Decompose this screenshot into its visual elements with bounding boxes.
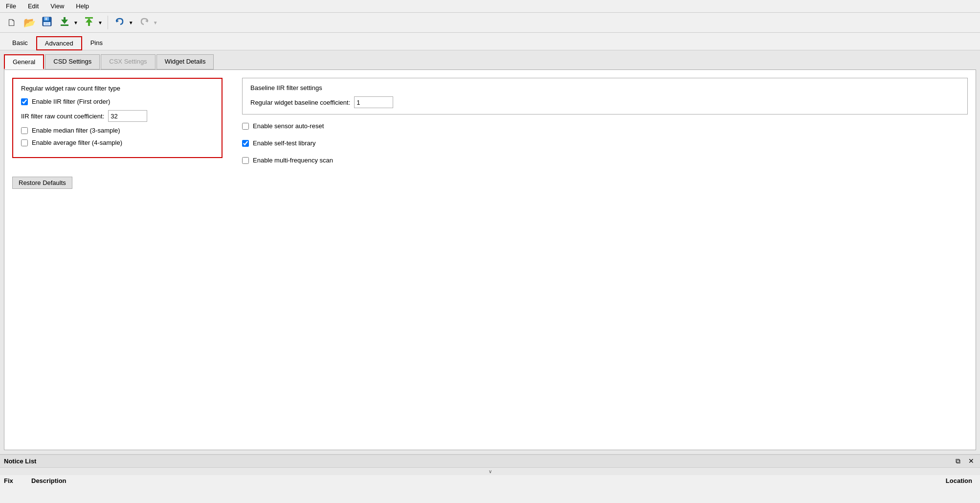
tab-basic[interactable]: Basic xyxy=(4,36,36,50)
notice-close-icon[interactable]: ✕ xyxy=(966,457,976,465)
filter-box-title: Regular widget raw count filter type xyxy=(21,85,214,92)
save-button[interactable] xyxy=(39,15,55,30)
menu-help[interactable]: Help xyxy=(74,1,91,11)
undo-icon xyxy=(114,16,125,29)
iir-coeff-row: IIR filter raw count coefficient: xyxy=(21,110,214,122)
filter-box: Regular widget raw count filter type Ena… xyxy=(12,78,223,158)
multi-freq-checkbox[interactable] xyxy=(242,157,249,164)
tab-general[interactable]: General xyxy=(4,54,44,69)
extra-checkboxes: Enable sensor auto-reset Enable self-tes… xyxy=(242,122,968,169)
svg-marker-12 xyxy=(145,20,148,23)
iir-coeff-input[interactable] xyxy=(108,110,147,122)
sensor-auto-reset-label: Enable sensor auto-reset xyxy=(253,122,324,130)
svg-marker-8 xyxy=(86,18,92,23)
new-icon: 🗋 xyxy=(7,17,17,28)
tab-pins[interactable]: Pins xyxy=(82,36,111,50)
self-test-row: Enable self-test library xyxy=(242,139,968,147)
baseline-title: Baseline IIR filter settings xyxy=(250,84,959,91)
multi-freq-label: Enable multi-frequency scan xyxy=(253,157,333,164)
redo-dropdown-arrow[interactable]: ▼ xyxy=(152,20,159,25)
collapse-icon: ∨ xyxy=(489,469,492,474)
enable-median-checkbox[interactable] xyxy=(21,127,28,134)
self-test-label: Enable self-test library xyxy=(253,139,316,147)
undo-group: ▼ xyxy=(112,15,134,30)
notice-panel: Notice List ⧉ ✕ ∨ Fix Description Locati… xyxy=(0,454,980,503)
multi-freq-row: Enable multi-frequency scan xyxy=(242,157,968,164)
menu-view[interactable]: View xyxy=(48,1,66,11)
notice-collapse-row[interactable]: ∨ xyxy=(0,468,980,475)
menubar: File Edit View Help xyxy=(0,0,980,13)
download-button[interactable] xyxy=(57,15,72,30)
enable-iir-row: Enable IIR filter (First order) xyxy=(21,98,214,105)
enable-median-label: Enable median filter (3-sample) xyxy=(32,127,120,134)
open-button[interactable]: 📂 xyxy=(22,15,37,30)
general-panel: Regular widget raw count filter type Ena… xyxy=(4,69,976,450)
notice-columns: Fix Description Location xyxy=(0,475,980,486)
menu-file[interactable]: File xyxy=(4,1,18,11)
tab-csx-settings[interactable]: CSX Settings xyxy=(101,54,155,69)
upload-group: ▼ xyxy=(81,15,104,30)
enable-median-row: Enable median filter (3-sample) xyxy=(21,127,214,134)
sensor-auto-reset-row: Enable sensor auto-reset xyxy=(242,122,968,130)
enable-average-label: Enable average filter (4-sample) xyxy=(32,139,122,146)
enable-iir-label: Enable IIR filter (First order) xyxy=(32,98,110,105)
download-group: ▼ xyxy=(57,15,79,30)
enable-average-row: Enable average filter (4-sample) xyxy=(21,139,214,146)
download-dropdown-arrow[interactable]: ▼ xyxy=(72,20,79,25)
svg-rect-4 xyxy=(45,23,49,25)
baseline-coeff-label: Regular widget baseline coefficient: xyxy=(250,99,350,106)
app-layout: File Edit View Help 🗋 📂 xyxy=(0,0,980,503)
baseline-box: Baseline IIR filter settings Regular wid… xyxy=(242,78,968,114)
svg-rect-2 xyxy=(45,18,47,20)
notice-header-icons: ⧉ ✕ xyxy=(954,457,976,465)
self-test-checkbox[interactable] xyxy=(242,140,249,147)
download-icon xyxy=(59,16,70,29)
upload-icon xyxy=(84,16,94,29)
toolbar-separator xyxy=(108,16,108,29)
menu-edit[interactable]: Edit xyxy=(26,1,41,11)
undo-dropdown-arrow[interactable]: ▼ xyxy=(128,20,134,25)
top-tabs: Basic Advanced Pins xyxy=(0,33,980,50)
redo-icon xyxy=(139,16,150,29)
baseline-coeff-input[interactable] xyxy=(354,96,393,108)
baseline-row: Regular widget baseline coefficient: xyxy=(250,96,959,108)
upload-dropdown-arrow[interactable]: ▼ xyxy=(97,20,104,25)
tab-csd-settings[interactable]: CSD Settings xyxy=(45,54,100,69)
sensor-auto-reset-checkbox[interactable] xyxy=(242,123,249,130)
svg-rect-10 xyxy=(85,17,93,19)
notice-col-description: Description xyxy=(31,477,938,484)
redo-group: ▼ xyxy=(136,15,159,30)
restore-defaults-button[interactable]: Restore Defaults xyxy=(12,177,72,189)
tab-widget-details[interactable]: Widget Details xyxy=(156,54,214,69)
inner-tabs: General CSD Settings CSX Settings Widget… xyxy=(4,50,976,69)
svg-rect-6 xyxy=(64,17,66,21)
save-icon xyxy=(42,16,52,29)
panel-columns: Regular widget raw count filter type Ena… xyxy=(12,78,968,169)
right-column: Baseline IIR filter settings Regular wid… xyxy=(242,78,968,169)
tab-content-area: General CSD Settings CSX Settings Widget… xyxy=(0,50,980,454)
undo-button[interactable] xyxy=(112,15,128,30)
redo-button[interactable] xyxy=(136,15,152,30)
toolbar: 🗋 📂 xyxy=(0,13,980,33)
notice-header: Notice List ⧉ ✕ xyxy=(0,455,980,468)
iir-coeff-label: IIR filter raw count coefficient: xyxy=(21,113,104,120)
notice-title: Notice List xyxy=(4,457,36,465)
svg-rect-7 xyxy=(61,24,68,26)
svg-rect-9 xyxy=(88,23,90,26)
upload-button[interactable] xyxy=(81,15,97,30)
tab-advanced[interactable]: Advanced xyxy=(36,36,82,50)
notice-restore-icon[interactable]: ⧉ xyxy=(954,457,962,465)
notice-col-location: Location xyxy=(946,477,976,484)
notice-col-fix: Fix xyxy=(4,477,23,484)
enable-average-checkbox[interactable] xyxy=(21,139,28,146)
new-button[interactable]: 🗋 xyxy=(4,15,20,30)
enable-iir-checkbox[interactable] xyxy=(21,98,28,105)
open-icon: 📂 xyxy=(23,17,36,28)
svg-marker-11 xyxy=(116,20,119,23)
content-area: General CSD Settings CSX Settings Widget… xyxy=(0,50,980,454)
